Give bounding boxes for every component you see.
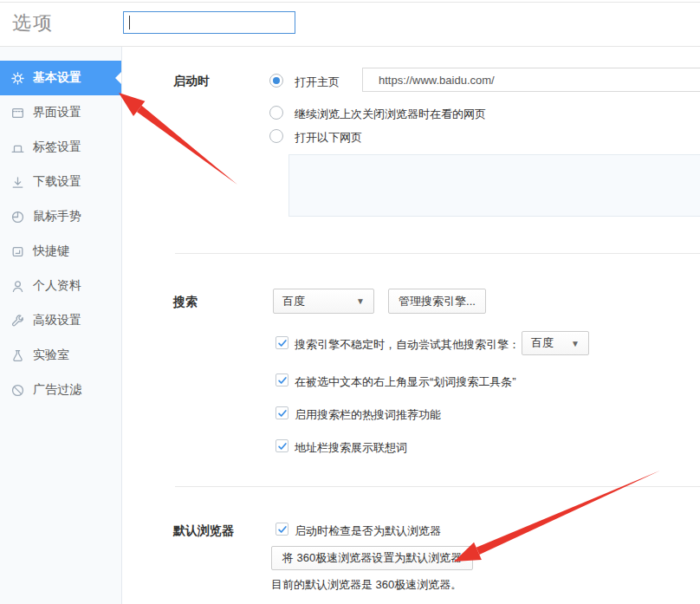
sidebar-item-interface-settings[interactable]: 界面设置	[0, 95, 121, 130]
startup-section-label: 启动时	[173, 74, 210, 89]
sidebar-item-label: 下载设置	[33, 174, 81, 190]
sidebar-item-label: 鼠标手势	[33, 209, 81, 224]
red-arrow-to-set-default-button	[454, 471, 660, 562]
sidebar-item-download-settings[interactable]: 下载设置	[0, 165, 121, 199]
homepage-url-input[interactable]	[362, 68, 700, 92]
radio-open-homepage[interactable]	[269, 74, 283, 88]
sidebar-item-advanced-settings[interactable]: 高级设置	[0, 303, 121, 338]
wrench-icon	[10, 314, 25, 328]
manage-search-engines-button[interactable]: 管理搜索引擎...	[388, 289, 486, 314]
radio-continue-last-session-label: 继续浏览上次关闭浏览器时在看的网页	[295, 107, 486, 122]
mouse-icon	[10, 210, 25, 224]
checkbox-hot-search-words[interactable]	[275, 406, 288, 419]
sidebar-item-label: 广告过滤	[33, 382, 81, 398]
sidebar-item-tab-settings[interactable]: 标签设置	[0, 130, 121, 165]
text-caret	[129, 16, 130, 29]
section-divider	[175, 253, 700, 254]
checkbox-hot-search-words-label: 启用搜索栏的热搜词推荐功能	[295, 407, 441, 423]
search-engine-select-value: 百度	[282, 294, 305, 309]
search-engine-select[interactable]: 百度 ▼	[273, 289, 374, 314]
fallback-engine-select-value: 百度	[531, 335, 554, 351]
red-arrow-to-basic-settings	[119, 93, 237, 185]
checkbox-fallback-engine[interactable]	[275, 336, 288, 349]
sidebar-item-label: 界面设置	[33, 105, 81, 120]
set-default-browser-button[interactable]: 将 360极速浏览器设置为默认浏览器	[271, 546, 473, 570]
sidebar-item-lab[interactable]: 实验室	[0, 338, 121, 373]
keyboard-key-icon	[10, 244, 25, 259]
checkbox-check-default-on-startup[interactable]	[275, 523, 288, 536]
radio-open-homepage-label: 打开主页	[295, 75, 340, 90]
download-icon	[10, 175, 25, 190]
checkbox-address-bar-suggestions[interactable]	[275, 439, 288, 452]
checkbox-check-default-on-startup-label: 启动时检查是否为默认浏览器	[295, 523, 441, 539]
top-border	[0, 2, 700, 3]
search-section-label: 搜索	[173, 295, 198, 310]
fallback-engine-select[interactable]: 百度 ▼	[522, 331, 589, 355]
gear-icon	[10, 71, 25, 86]
startup-pages-textarea[interactable]	[288, 154, 700, 217]
sidebar-item-shortcut-keys[interactable]: 快捷键	[0, 234, 121, 269]
sidebar-item-label: 快捷键	[33, 244, 69, 259]
settings-search-input[interactable]	[123, 11, 295, 34]
sidebar: 基本设置 界面设置 标签设置 下载设置 鼠标手势	[0, 47, 122, 604]
person-icon	[10, 279, 25, 294]
checkbox-address-bar-suggestions-label: 地址栏搜索展示联想词	[295, 440, 407, 456]
sidebar-item-label: 标签设置	[33, 140, 81, 155]
sidebar-item-label: 基本设置	[33, 70, 81, 86]
sidebar-item-profile[interactable]: 个人资料	[0, 269, 121, 303]
section-divider	[175, 486, 700, 487]
tab-icon	[10, 140, 25, 155]
sidebar-item-label: 高级设置	[33, 313, 81, 328]
page-title: 选项	[12, 10, 54, 36]
sidebar-item-mouse-gesture[interactable]: 鼠标手势	[0, 199, 121, 234]
checkbox-word-search-toolbar-label: 在被选中文本的右上角显示“划词搜索工具条”	[295, 374, 516, 390]
sidebar-item-label: 个人资料	[33, 278, 81, 294]
radio-continue-last-session[interactable]	[269, 106, 283, 120]
chevron-down-icon: ▼	[571, 339, 580, 348]
sidebar-item-basic-settings[interactable]: 基本设置	[0, 61, 121, 95]
flask-icon	[10, 348, 25, 363]
options-page: 选项 基本设置 界面设置 标签设置 下载设置	[0, 0, 700, 604]
current-default-browser-text: 目前的默认浏览器是 360极速浏览器。	[271, 577, 462, 593]
sidebar-item-label: 实验室	[33, 347, 69, 363]
sidebar-item-ad-filter[interactable]: 广告过滤	[0, 373, 121, 407]
checkbox-word-search-toolbar[interactable]	[275, 373, 288, 386]
window-icon	[10, 106, 25, 120]
checkbox-fallback-engine-label: 搜索引擎不稳定时，自动尝试其他搜索引擎：	[295, 337, 520, 353]
block-icon	[10, 383, 25, 398]
default-browser-section-label: 默认浏览器	[173, 523, 234, 539]
radio-open-pages-label: 打开以下网页	[295, 130, 362, 146]
radio-open-pages[interactable]	[269, 129, 283, 143]
chevron-down-icon: ▼	[356, 296, 365, 306]
